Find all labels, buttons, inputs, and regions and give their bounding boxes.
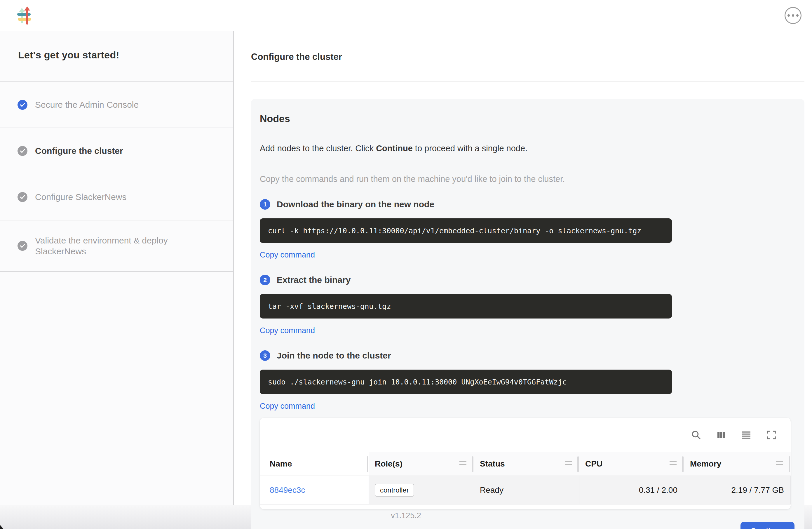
column-separator[interactable] bbox=[367, 456, 368, 472]
column-header-cpu[interactable]: CPU bbox=[579, 452, 684, 476]
nodes-card: Nodes Add nodes to the cluster. Click Co… bbox=[251, 99, 804, 529]
sidebar-step-label: Validate the environment & deploy Slacke… bbox=[35, 235, 199, 257]
nodes-hint-text: Copy the commands and run them on the ma… bbox=[260, 174, 796, 184]
version-label: v1.125.2 bbox=[391, 511, 421, 520]
node-status-cell: Ready bbox=[474, 476, 579, 504]
command-code-block: curl -k https://10.0.0.11:30000/api/v1/e… bbox=[260, 218, 672, 243]
nodes-intro-text: Add nodes to the cluster. Click Continue… bbox=[260, 144, 796, 153]
column-menu-icon[interactable] bbox=[565, 461, 572, 467]
sidebar-step-configure-slackernews[interactable]: Configure SlackerNews bbox=[0, 174, 233, 220]
admin-console-screen: Let's get you started! Secure the Admin … bbox=[0, 0, 812, 529]
sidebar-step-validate-deploy[interactable]: Validate the environment & deploy Slacke… bbox=[0, 220, 233, 272]
column-header-roles[interactable]: Role(s) bbox=[369, 452, 474, 476]
node-memory-cell: 2.19 / 7.77 GB bbox=[684, 476, 791, 504]
table-bottom-spacer bbox=[260, 504, 791, 509]
column-menu-icon[interactable] bbox=[776, 461, 783, 467]
step-number-badge: 2 bbox=[260, 275, 270, 285]
step-number-badge: 3 bbox=[260, 350, 270, 361]
step-number-badge: 1 bbox=[260, 199, 270, 210]
table-header-row: Name Role(s) Status bbox=[260, 452, 791, 476]
step-pending-check-icon bbox=[17, 146, 27, 156]
step-title: Extract the binary bbox=[277, 275, 350, 285]
column-separator[interactable] bbox=[789, 456, 790, 472]
column-separator[interactable] bbox=[577, 456, 579, 472]
step-pending-check-icon bbox=[17, 192, 27, 202]
search-icon[interactable] bbox=[690, 429, 702, 441]
column-header-name[interactable]: Name bbox=[260, 452, 369, 476]
setup-sidebar: Let's get you started! Secure the Admin … bbox=[0, 31, 234, 505]
command-code-block: tar -xvf slackernews-gnu.tgz bbox=[260, 294, 672, 318]
join-step-3: 3 Join the node to the cluster sudo ./sl… bbox=[260, 350, 796, 411]
table-toolbar bbox=[260, 418, 791, 452]
command-code-block: sudo ./slackernews-gnu join 10.0.0.11:30… bbox=[260, 370, 672, 394]
column-separator[interactable] bbox=[682, 456, 684, 472]
join-step-2: 2 Extract the binary tar -xvf slackernew… bbox=[260, 275, 796, 335]
column-header-memory[interactable]: Memory bbox=[684, 452, 791, 476]
nodes-heading: Nodes bbox=[260, 113, 796, 124]
copy-command-link[interactable]: Copy command bbox=[260, 251, 315, 259]
node-name-cell: 8849ec3c bbox=[260, 476, 369, 504]
step-title: Join the node to the cluster bbox=[277, 351, 391, 360]
top-bar bbox=[0, 0, 812, 31]
column-menu-icon[interactable] bbox=[670, 461, 677, 467]
nodes-table-card: Name Role(s) Status bbox=[260, 418, 791, 509]
copy-command-link[interactable]: Copy command bbox=[260, 402, 315, 411]
step-complete-check-icon bbox=[17, 100, 27, 110]
sidebar-step-secure-admin-console[interactable]: Secure the Admin Console bbox=[0, 82, 233, 128]
ellipsis-icon bbox=[787, 14, 790, 17]
slackernews-logo-icon bbox=[17, 6, 32, 25]
sidebar-step-label: Configure the cluster bbox=[35, 145, 123, 156]
more-options-button[interactable] bbox=[785, 7, 801, 24]
sidebar-step-label: Secure the Admin Console bbox=[35, 99, 139, 110]
join-step-1: 1 Download the binary on the new node cu… bbox=[260, 199, 796, 259]
step-title: Download the binary on the new node bbox=[277, 199, 434, 209]
nodes-table: Name Role(s) Status bbox=[260, 452, 791, 504]
title-divider bbox=[251, 81, 804, 82]
column-separator[interactable] bbox=[472, 456, 474, 472]
copy-command-link[interactable]: Copy command bbox=[260, 326, 315, 335]
fullscreen-icon[interactable] bbox=[766, 429, 777, 441]
node-name-link[interactable]: 8849ec3c bbox=[270, 486, 305, 495]
node-cpu-cell: 0.31 / 2.00 bbox=[579, 476, 684, 504]
table-row: 8849ec3c controller Ready 0.31 / 2.00 2.… bbox=[260, 476, 791, 504]
density-icon[interactable] bbox=[740, 429, 752, 441]
columns-icon[interactable] bbox=[715, 429, 727, 441]
column-header-status[interactable]: Status bbox=[474, 452, 579, 476]
sidebar-step-configure-cluster[interactable]: Configure the cluster bbox=[0, 128, 233, 174]
mouse-cursor bbox=[0, 525, 3, 529]
column-menu-icon[interactable] bbox=[460, 461, 466, 467]
sidebar-step-label: Configure SlackerNews bbox=[35, 191, 126, 203]
main-content: Configure the cluster Nodes Add nodes to… bbox=[234, 31, 812, 505]
node-roles-cell: controller bbox=[369, 476, 474, 504]
sidebar-title: Let's get you started! bbox=[0, 31, 233, 82]
step-pending-check-icon bbox=[17, 241, 27, 251]
card-actions: Continue bbox=[260, 522, 796, 529]
page-title: Configure the cluster bbox=[251, 52, 804, 62]
continue-button[interactable]: Continue bbox=[740, 522, 795, 529]
role-chip: controller bbox=[375, 484, 414, 497]
